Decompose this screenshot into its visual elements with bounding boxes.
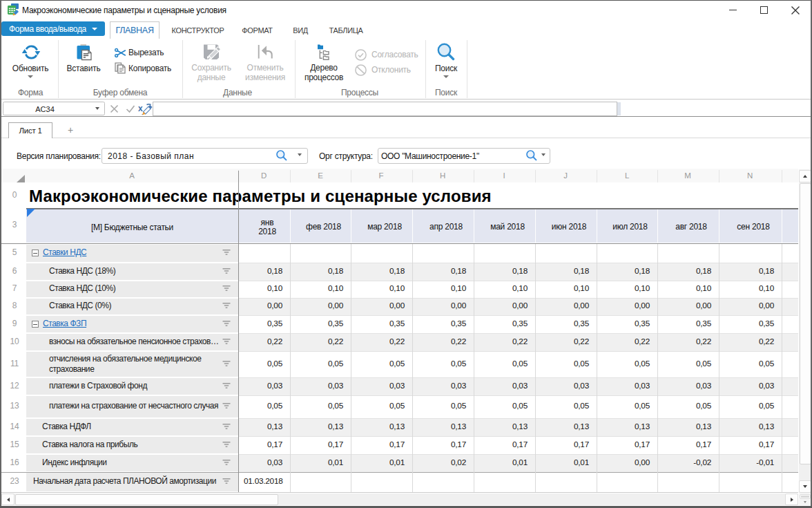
svg-text:x: x <box>138 104 143 113</box>
